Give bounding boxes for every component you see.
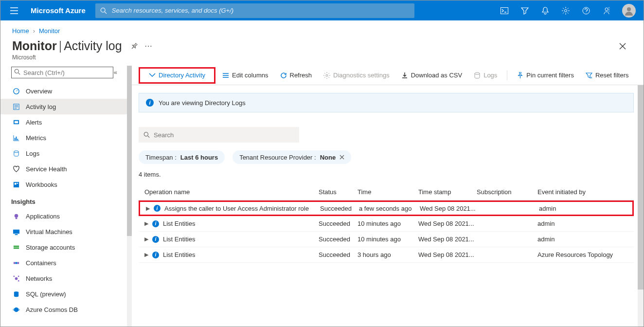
tenant-pill[interactable]: Tenant Resource Provider : None [233, 150, 351, 164]
svg-rect-25 [13, 247, 18, 249]
sidebar-item-label: Storage accounts [26, 244, 75, 251]
sidebar-item-metrics[interactable]: Metrics [0, 130, 127, 145]
toolbar: Directory Activity Edit columns Refresh … [132, 66, 644, 85]
storage-icon [12, 243, 20, 251]
page-header: Monitor|Activity log ⋯ [0, 37, 644, 53]
sidebar-item-activity-log[interactable]: Activity log [0, 99, 127, 114]
col-subscription[interactable]: Subscription [477, 188, 537, 196]
sidebar-item-vms[interactable]: Virtual Machines [0, 224, 127, 239]
time-cell: 10 minutes ago [358, 236, 418, 243]
sidebar-item-label: SQL (preview) [26, 291, 66, 298]
help-button[interactable] [576, 0, 596, 20]
account-avatar[interactable] [622, 4, 636, 18]
svg-rect-22 [13, 229, 19, 233]
sidebar-search[interactable]: « [11, 67, 121, 78]
sidebar-section-insights: Insights [0, 192, 127, 208]
col-time[interactable]: Time [358, 188, 418, 196]
refresh-button[interactable]: Refresh [275, 68, 317, 83]
sidebar-search-input[interactable] [11, 67, 113, 78]
svg-point-37 [475, 73, 480, 74]
svg-rect-2 [501, 7, 508, 14]
sidebar-item-sql[interactable]: SQL (preview) [0, 286, 127, 302]
operation-name: List Entities [163, 251, 195, 258]
pin-filters-button[interactable]: Pin current filters [512, 68, 579, 83]
log-search[interactable] [139, 127, 299, 143]
table-row[interactable]: ▶iList EntitiesSucceeded10 minutes agoWe… [139, 232, 634, 247]
page-title-main: Monitor [12, 39, 57, 53]
diagnostics-button[interactable]: Diagnostics settings [319, 68, 394, 83]
col-initiated-by[interactable]: Event initiated by [537, 188, 634, 196]
sidebar-item-label: Metrics [26, 134, 46, 142]
sidebar-item-storage[interactable]: Storage accounts [0, 239, 127, 255]
main-scrollbar[interactable] [638, 85, 644, 327]
col-timestamp[interactable]: Time stamp [418, 188, 477, 196]
cosmos-icon [12, 306, 20, 313]
hamburger-icon [10, 7, 18, 14]
remove-filter-button[interactable] [340, 155, 344, 160]
workbooks-icon [12, 181, 20, 188]
sidebar-item-containers[interactable]: Containers [0, 255, 127, 271]
svg-line-1 [105, 12, 107, 14]
col-operation[interactable]: Operation name [139, 188, 319, 196]
sidebar-item-cosmos[interactable]: Azure Cosmos DB [0, 302, 127, 317]
svg-rect-21 [15, 218, 17, 219]
pin-button[interactable] [129, 41, 139, 51]
gear-icon [323, 72, 330, 79]
page-title: Monitor|Activity log [12, 39, 122, 53]
sidebar-scrollbar[interactable] [127, 66, 132, 327]
notifications-button[interactable] [536, 0, 555, 20]
directories-button[interactable] [515, 0, 535, 20]
global-search[interactable] [95, 3, 414, 18]
sidebar-item-workbooks[interactable]: Workbooks [0, 177, 127, 192]
settings-button[interactable] [556, 0, 575, 20]
logs-button[interactable]: Logs [469, 68, 502, 83]
heart-icon [12, 165, 20, 173]
sidebar-item-overview[interactable]: Overview [0, 83, 127, 99]
reset-filters-button[interactable]: Reset filters [581, 68, 634, 83]
svg-point-31 [18, 275, 19, 277]
status-cell: Succeeded [319, 236, 358, 243]
edit-columns-button[interactable]: Edit columns [217, 68, 273, 83]
cloud-shell-button[interactable] [495, 0, 514, 20]
chevron-right-icon: ▶ [144, 236, 148, 242]
svg-rect-26 [13, 262, 15, 264]
tool-label: Refresh [290, 72, 312, 79]
close-icon [340, 155, 344, 160]
time-cell: 3 hours ago [358, 251, 418, 258]
brand[interactable]: Microsoft Azure [24, 6, 92, 15]
download-csv-button[interactable]: Download as CSV [396, 68, 467, 83]
sidebar-item-label: Applications [26, 213, 60, 220]
close-button[interactable] [619, 43, 632, 50]
sidebar-item-networks[interactable]: Networks [0, 271, 127, 286]
sidebar-item-applications[interactable]: Applications [0, 208, 127, 224]
sidebar-item-logs[interactable]: Logs [0, 145, 127, 161]
sidebar-item-service-health[interactable]: Service Health [0, 161, 127, 177]
global-search-input[interactable] [95, 3, 414, 18]
download-icon [401, 72, 408, 79]
sidebar-item-alerts[interactable]: Alerts [0, 114, 127, 130]
search-icon [14, 69, 20, 75]
table-row[interactable]: ▶iAssigns the caller to User Access Admi… [139, 200, 634, 216]
breadcrumb-monitor[interactable]: Monitor [39, 27, 60, 35]
activity-table: Operation name Status Time Time stamp Su… [139, 184, 634, 263]
col-status[interactable]: Status [319, 188, 358, 196]
directory-activity-button[interactable]: Directory Activity [144, 68, 210, 83]
menu-button[interactable] [4, 7, 24, 14]
feedback-button[interactable] [597, 0, 616, 20]
table-row[interactable]: ▶iList EntitiesSucceeded3 hours agoWed S… [139, 247, 634, 263]
breadcrumb-home[interactable]: Home [12, 27, 29, 35]
alerts-icon [12, 118, 20, 126]
close-icon [619, 43, 626, 50]
info-icon: i [152, 252, 159, 258]
svg-rect-13 [14, 138, 15, 140]
time-cell: a few seconds ago [359, 205, 420, 212]
more-button[interactable]: ⋯ [144, 41, 152, 51]
table-row[interactable]: ▶iList EntitiesSucceeded10 minutes agoWe… [139, 216, 634, 232]
log-search-input[interactable] [154, 131, 294, 139]
cloud-shell-icon [501, 7, 508, 14]
highlight-box: Directory Activity [139, 67, 215, 84]
info-icon: i [154, 205, 161, 212]
svg-point-7 [15, 69, 18, 73]
collapse-sidebar-button[interactable]: « [114, 69, 117, 76]
timespan-pill[interactable]: Timespan : Last 6 hours [139, 150, 225, 164]
